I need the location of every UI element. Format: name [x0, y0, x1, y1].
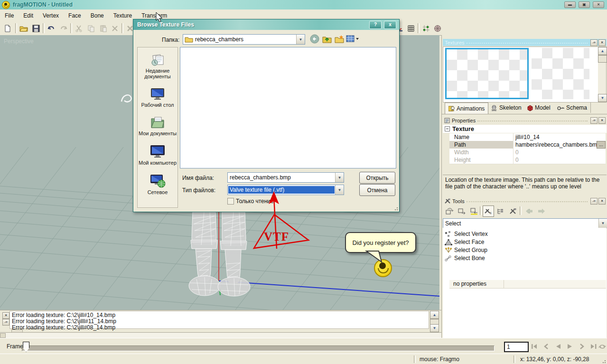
play-backward-icon[interactable] — [553, 342, 563, 351]
properties-panel-titlebar[interactable]: Properties -¤ ✕ — [443, 117, 607, 124]
menu-bone[interactable]: Bone — [86, 9, 109, 22]
skip-first-icon[interactable] — [529, 342, 540, 351]
filetype-combobox[interactable]: Valve texture file (.vtf) ▼ — [227, 185, 344, 195]
close-button[interactable]: ✕ — [593, 1, 604, 8]
dialog-resize-grip[interactable] — [393, 206, 398, 211]
play-forward-icon[interactable] — [565, 342, 575, 351]
list-item-select-face[interactable]: Select Face — [445, 239, 484, 245]
error-line: Error loading texture: C:\2\jill#08_14.b… — [12, 325, 427, 331]
tools-pin-icon[interactable]: -¤ — [590, 198, 598, 205]
prev-frame-icon[interactable] — [541, 342, 551, 351]
tool-mode-combobox-arrow[interactable]: ▼ — [598, 219, 607, 228]
wheel-icon[interactable] — [432, 23, 443, 34]
place-recent-documents[interactable]: Недавние документы — [138, 52, 177, 79]
filetype-combobox-arrow[interactable]: ▼ — [335, 185, 344, 195]
property-row-width[interactable]: Width 0 — [449, 149, 606, 157]
textures-scrollbar[interactable]: ▲ ▼ — [598, 47, 606, 102]
filename-combobox-arrow[interactable]: ▼ — [335, 173, 344, 182]
collapse-icon[interactable] — [445, 126, 450, 131]
copy-icon[interactable] — [85, 23, 97, 34]
place-my-documents[interactable]: Мои документы — [138, 116, 177, 136]
open-button[interactable]: Открыть — [359, 172, 395, 184]
tools-close-icon[interactable]: ✕ — [598, 198, 606, 205]
up-folder-icon[interactable] — [322, 34, 332, 44]
dialog-titlebar[interactable]: Browse Texture Files ? x — [133, 19, 399, 30]
place-desktop[interactable]: Рабочий стол — [138, 87, 177, 108]
scroll-up-icon[interactable]: ▲ — [598, 47, 607, 55]
paste-icon[interactable] — [98, 23, 109, 34]
views-icon[interactable] — [346, 34, 359, 44]
filename-combobox[interactable]: rebecca_chambers.bmp ▼ — [227, 172, 344, 183]
texture-swatch-selected[interactable] — [445, 48, 529, 99]
error-log-content[interactable]: Error loading texture: C:\2\jill#10_14.b… — [9, 311, 429, 329]
list-item-select-bone[interactable]: Select Bone — [445, 255, 485, 261]
scroll-up-icon[interactable]: ▲ — [430, 311, 439, 319]
scroll-thumb[interactable] — [598, 55, 607, 63]
errorlog-close-icon[interactable]: ✕ — [2, 312, 9, 319]
dialog-close-button[interactable]: x — [384, 21, 396, 29]
menu-edit[interactable]: Edit — [19, 9, 38, 22]
errorlog-scrollbar[interactable]: ▲ ▼ — [430, 311, 439, 332]
readonly-checkbox[interactable] — [227, 198, 234, 205]
menu-vertex[interactable]: Vertex — [38, 9, 64, 22]
dialog-help-button[interactable]: ? — [369, 21, 382, 29]
tool-mode-combobox[interactable]: Select ▼ — [443, 218, 607, 228]
texture-swatch[interactable] — [532, 48, 589, 99]
tab-animations[interactable]: Animations — [445, 103, 488, 114]
tool-tree-icon[interactable] — [495, 205, 506, 217]
maximize-button[interactable]: ▣ — [579, 1, 590, 8]
redo-icon[interactable] — [58, 23, 69, 34]
properties-group-row[interactable]: Texture — [443, 125, 607, 133]
tool-select-mode-icon[interactable]: s — [483, 205, 494, 217]
loop-icon[interactable] — [597, 342, 607, 351]
history-forward-icon[interactable] — [536, 205, 547, 217]
cut-icon[interactable] — [73, 23, 84, 34]
property-row-name[interactable]: Name jill#10_14 — [449, 133, 606, 141]
folder-combobox[interactable]: rebecca_chambers ▼ — [183, 34, 305, 45]
history-back-icon[interactable] — [523, 205, 535, 217]
save-icon[interactable] — [30, 23, 42, 34]
property-row-height[interactable]: Height 0 — [449, 156, 606, 164]
grid-icon[interactable] — [405, 23, 417, 34]
window-resize-grip[interactable] — [601, 359, 606, 364]
scroll-down-icon[interactable]: ▼ — [598, 94, 607, 102]
tab-skeleton[interactable]: Skeleton — [487, 103, 525, 113]
frame-slider-track[interactable] — [22, 345, 495, 351]
back-icon[interactable] — [310, 34, 319, 44]
tool-hammer-icon[interactable] — [507, 205, 519, 217]
cancel-button[interactable]: Отмена — [359, 184, 395, 196]
place-my-computer[interactable]: Мой компьютер — [138, 144, 177, 166]
snap-settings-icon[interactable] — [420, 23, 432, 34]
menu-file[interactable]: File — [0, 9, 19, 22]
properties-pin-icon[interactable]: -¤ — [590, 117, 598, 124]
minimize-button[interactable]: ▬ — [564, 1, 576, 8]
file-list[interactable] — [180, 47, 396, 168]
list-item-select-group[interactable]: Select Group — [445, 247, 487, 253]
tools-panel-titlebar[interactable]: Tools -¤ ✕ — [443, 197, 607, 205]
new-folder-icon[interactable] — [335, 34, 344, 44]
property-row-path[interactable]: Path hambers\rebecca_chambers.bmp ... — [449, 141, 606, 149]
tool-rotate-box-icon[interactable] — [444, 205, 455, 217]
new-file-icon[interactable] — [2, 23, 13, 34]
tool-import-box-icon[interactable] — [468, 205, 480, 217]
folder-combobox-arrow[interactable]: ▼ — [296, 35, 305, 44]
place-network[interactable]: Сетевое — [138, 174, 177, 195]
textures-pin-icon[interactable]: -¤ — [590, 39, 598, 46]
tool-export-box-icon[interactable] — [456, 205, 467, 217]
hscroll-box[interactable] — [0, 333, 6, 338]
open-file-icon[interactable] — [18, 23, 29, 34]
errorlog-pin-icon[interactable]: -¤ — [2, 319, 9, 326]
path-browse-button[interactable]: ... — [597, 141, 606, 149]
list-item-select-vertex[interactable]: Select Vertex — [445, 231, 488, 237]
textures-panel-titlebar[interactable]: Textures -¤ ✕ — [443, 39, 607, 46]
next-frame-icon[interactable] — [577, 342, 587, 351]
tab-schema[interactable]: Schema — [554, 103, 591, 113]
scroll-down-icon[interactable]: ▼ — [430, 324, 439, 332]
menu-face[interactable]: Face — [64, 9, 86, 22]
frame-number-input[interactable]: 1 — [504, 342, 529, 352]
tab-model[interactable]: Model — [523, 103, 554, 113]
textures-close-icon[interactable]: ✕ — [598, 39, 606, 46]
delete-icon[interactable] — [109, 23, 121, 34]
undo-icon[interactable] — [46, 23, 57, 34]
properties-close-icon[interactable]: ✕ — [598, 117, 606, 124]
